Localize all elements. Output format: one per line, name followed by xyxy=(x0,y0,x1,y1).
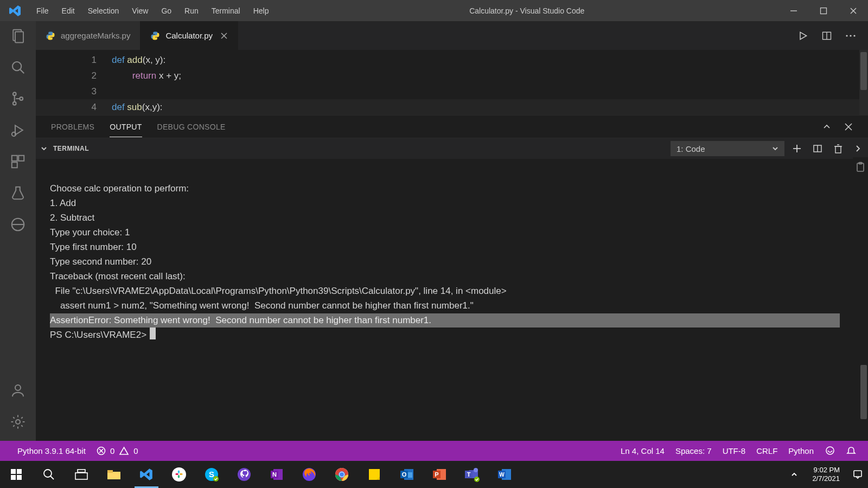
windows-taskbar: S N O P T W 9:02 PM 2/7/2021 xyxy=(0,461,868,488)
svg-point-6 xyxy=(12,62,21,70)
kill-terminal-icon[interactable] xyxy=(833,144,843,153)
svg-rect-56 xyxy=(178,470,180,473)
chrome-icon[interactable] xyxy=(326,461,358,488)
panel-tab-problems[interactable]: PROBLEMS xyxy=(51,123,94,131)
run-file-icon[interactable] xyxy=(797,30,808,41)
svg-rect-51 xyxy=(107,472,120,479)
python-file-icon xyxy=(46,31,55,41)
terminal-picker[interactable]: 1: Code xyxy=(671,141,784,156)
status-eol[interactable]: CRLF xyxy=(751,446,783,455)
window-minimize-icon[interactable] xyxy=(778,0,808,21)
task-view-icon[interactable] xyxy=(65,461,98,488)
editor-scrollbar[interactable] xyxy=(859,50,868,115)
more-actions-icon[interactable] xyxy=(845,34,856,37)
notifications-icon[interactable] xyxy=(847,461,868,488)
tab-aggregatemarks[interactable]: aggregateMarks.py xyxy=(36,21,141,50)
file-explorer-icon[interactable] xyxy=(98,461,130,488)
svg-text:T: T xyxy=(467,471,471,478)
svg-rect-49 xyxy=(75,473,87,479)
tray-chevron-up-icon[interactable] xyxy=(784,461,805,488)
svg-text:S: S xyxy=(209,470,214,479)
chevron-right-icon[interactable] xyxy=(854,145,861,152)
current-line-highlight xyxy=(36,99,861,115)
svg-rect-45 xyxy=(11,475,16,480)
run-debug-icon[interactable] xyxy=(10,122,26,138)
menu-help[interactable]: Help xyxy=(247,3,276,18)
svg-point-81 xyxy=(474,468,478,472)
github-icon[interactable] xyxy=(228,461,260,488)
skype-icon[interactable]: S xyxy=(195,461,228,488)
menu-terminal[interactable]: Terminal xyxy=(205,3,247,18)
extensions-icon[interactable] xyxy=(10,153,26,170)
svg-rect-88 xyxy=(854,471,861,477)
window-close-icon[interactable] xyxy=(838,0,868,21)
settings-gear-icon[interactable] xyxy=(10,414,26,430)
vscode-taskbar-icon[interactable] xyxy=(130,461,163,488)
close-tab-icon[interactable] xyxy=(220,32,228,40)
svg-marker-41 xyxy=(120,447,128,454)
tab-label: Calculator.py xyxy=(165,31,213,40)
taskbar-clock[interactable]: 9:02 PM 2/7/2021 xyxy=(805,466,847,483)
svg-point-24 xyxy=(846,35,847,36)
onenote-icon[interactable]: N xyxy=(260,461,293,488)
start-button[interactable] xyxy=(0,461,33,488)
sticky-notes-icon[interactable] xyxy=(358,461,391,488)
menu-edit[interactable]: Edit xyxy=(55,3,81,18)
terminal-output[interactable]: Choose calc operation to perform: 1. Add… xyxy=(36,159,868,441)
status-problems[interactable]: 0 0 xyxy=(91,446,144,455)
powerpoint-icon[interactable]: P xyxy=(423,461,456,488)
svg-point-25 xyxy=(850,35,851,36)
outlook-icon[interactable]: O xyxy=(391,461,423,488)
code-editor[interactable]: 1 2 3 4 def add(x, y): return x + y; def… xyxy=(36,50,868,115)
slack-icon[interactable] xyxy=(163,461,195,488)
status-bar: Python 3.9.1 64-bit 0 0 Ln 4, Col 14 Spa… xyxy=(0,441,868,461)
svg-point-47 xyxy=(44,470,52,477)
menu-go[interactable]: Go xyxy=(155,3,178,18)
svg-point-18 xyxy=(16,420,20,424)
terminal-header: TERMINAL 1: Code xyxy=(36,138,868,159)
status-bell-icon[interactable] xyxy=(841,446,861,456)
panel-tab-debug-console[interactable]: DEBUG CONSOLE xyxy=(157,123,226,131)
panel-close-icon[interactable] xyxy=(844,123,853,131)
taskbar-search-icon[interactable] xyxy=(33,461,65,488)
search-icon[interactable] xyxy=(10,59,26,75)
account-icon[interactable] xyxy=(10,382,26,399)
source-control-icon[interactable] xyxy=(10,91,26,107)
panel-maximize-icon[interactable] xyxy=(822,123,831,131)
menu-file[interactable]: File xyxy=(30,3,55,18)
status-indent[interactable]: Spaces: 7 xyxy=(670,446,717,455)
tab-calculator[interactable]: Calculator.py xyxy=(141,21,238,50)
terminal-scrollbar[interactable] xyxy=(859,159,868,441)
assertion-error-line: AssertionError: Something went wrong! Se… xyxy=(50,313,432,328)
chevron-down-icon[interactable] xyxy=(40,145,48,152)
svg-marker-21 xyxy=(800,32,807,39)
window-maximize-icon[interactable] xyxy=(808,0,838,21)
testing-icon[interactable] xyxy=(10,185,26,201)
split-terminal-icon[interactable] xyxy=(813,144,822,153)
panel-tab-output[interactable]: OUTPUT xyxy=(110,123,142,137)
explorer-icon[interactable] xyxy=(10,28,26,44)
remote-icon[interactable] xyxy=(10,216,26,233)
status-python-version[interactable]: Python 3.9.1 64-bit xyxy=(12,446,91,455)
status-line-col[interactable]: Ln 4, Col 14 xyxy=(615,446,670,455)
svg-rect-43 xyxy=(11,469,16,474)
clipboard-icon[interactable] xyxy=(853,157,868,177)
terminal-cursor xyxy=(150,328,156,339)
status-language[interactable]: Python xyxy=(783,446,819,455)
python-file-icon xyxy=(150,31,160,41)
split-editor-icon[interactable] xyxy=(821,30,832,41)
status-feedback-icon[interactable] xyxy=(819,446,841,457)
svg-rect-15 xyxy=(12,162,17,168)
svg-rect-1 xyxy=(820,8,826,14)
word-icon[interactable]: W xyxy=(488,461,521,488)
menu-selection[interactable]: Selection xyxy=(81,3,126,18)
menu-view[interactable]: View xyxy=(125,3,155,18)
svg-text:W: W xyxy=(499,472,505,478)
activity-bar xyxy=(0,21,36,441)
svg-point-53 xyxy=(172,467,186,481)
firefox-icon[interactable] xyxy=(293,461,326,488)
menu-run[interactable]: Run xyxy=(178,3,205,18)
new-terminal-icon[interactable] xyxy=(792,144,802,153)
teams-icon[interactable]: T xyxy=(456,461,488,488)
status-encoding[interactable]: UTF-8 xyxy=(717,446,751,455)
